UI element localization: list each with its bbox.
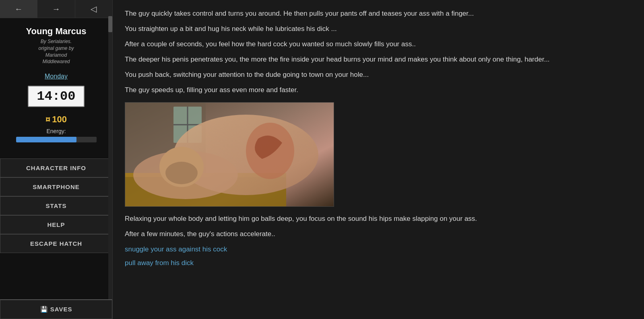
image-placeholder	[125, 103, 334, 207]
story-paragraph-4: The deeper his penis penetrates you, the…	[125, 54, 632, 65]
menu-buttons: CHARACTER INFO SMARTPHONE STATS HELP ESC…	[0, 158, 112, 253]
energy-bar-fill	[16, 137, 76, 142]
menu-toggle-button[interactable]: ◁	[75, 0, 112, 18]
sidebar: ← → ◁ Young Marcus By Serialaries. origi…	[0, 0, 113, 319]
scrollbar[interactable]	[108, 16, 112, 319]
clock-display: 14:00	[28, 86, 84, 107]
game-title: Young Marcus	[26, 26, 87, 37]
smartphone-button[interactable]: SMARTPHONE	[0, 177, 112, 196]
top-navigation: ← → ◁	[0, 0, 112, 18]
story-paragraph-2: You straighten up a bit and hug his neck…	[125, 23, 632, 35]
choice-1-link[interactable]: snuggle your ass against his cock	[125, 244, 632, 255]
game-title-block: Young Marcus By Serialaries. original ga…	[22, 18, 91, 67]
escape-hatch-button[interactable]: ESCAPE HATCH	[0, 234, 112, 253]
character-info-button[interactable]: CHARACTER INFO	[0, 158, 112, 177]
main-content[interactable]: The guy quickly takes control and turns …	[113, 0, 644, 319]
story-paragraph-7: Relaxing your whole body and letting him…	[125, 213, 632, 224]
choice-2-link[interactable]: pull away from his dick	[125, 257, 632, 268]
energy-bar	[16, 137, 97, 142]
back-button[interactable]: ←	[0, 0, 37, 18]
story-paragraph-5: You push back, switching your attention …	[125, 69, 632, 80]
energy-label: Energy:	[46, 128, 66, 134]
saves-button[interactable]: 💾 SAVES	[0, 299, 112, 319]
money-display: ¤100	[45, 114, 67, 125]
currency-icon: ¤	[45, 114, 50, 124]
story-paragraph-3: After a couple of seconds, you feel how …	[125, 39, 632, 50]
stats-button[interactable]: STATS	[0, 196, 112, 215]
story-paragraph-8: After a few minutes, the guy's actions a…	[125, 228, 632, 240]
scene-image	[125, 102, 334, 207]
forward-button[interactable]: →	[37, 0, 75, 18]
svg-point-11	[165, 162, 198, 184]
scroll-thumb	[108, 16, 112, 32]
help-button[interactable]: HELP	[0, 215, 112, 234]
game-subtitle: By Serialaries. original game by Mariamo…	[26, 38, 87, 65]
day-display[interactable]: Monday	[45, 73, 68, 80]
story-paragraph-1: The guy quickly takes control and turns …	[125, 8, 632, 19]
story-paragraph-6: The guy speeds up, filling your ass even…	[125, 84, 632, 96]
